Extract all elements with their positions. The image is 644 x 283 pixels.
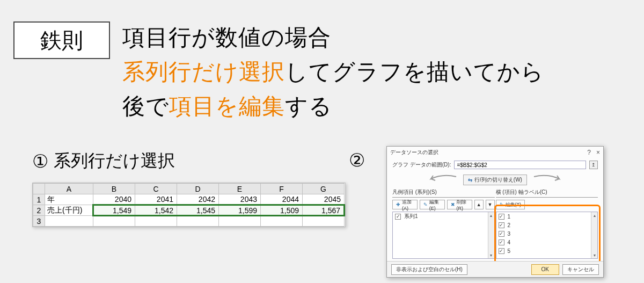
col-header-c: C [135,184,177,194]
axis-labels-list[interactable]: ✓ 1 ✓ 2 ✓ 3 ✓ 4 ✓ 5 [496,212,598,259]
cell-c1: 2041 [135,194,177,205]
checkbox[interactable]: ✓ [499,231,504,237]
headline-line2: 系列行だけ選択してグラフを描いてから [122,55,544,89]
close-button[interactable]: × [596,149,600,156]
headline-line2-rest: してグラフを描いてから [285,59,544,84]
axis-item-label: 5 [508,248,511,254]
list-item[interactable]: ✓ 系列1 [393,212,494,221]
axis-item-label: 1 [508,214,511,220]
axis-labels-header: 横 (項目) 軸ラベル(C) [496,187,598,198]
cell-a2: 売上(千円) [45,205,93,216]
axis-labels-col: 横 (項目) 軸ラベル(C) ✎ 編集(T) ✓ 1 ✓ 2 ✓ 3 [496,187,598,259]
remove-icon: ✖ [451,202,455,207]
checkbox[interactable]: ✓ [499,214,504,220]
chevron-down-icon: ▼ [488,202,493,207]
edit-series-button[interactable]: ✎ 編集(E) [420,200,445,209]
ok-label: OK [541,266,549,272]
cell-g1: 2045 [303,194,345,205]
scroll-up-icon[interactable]: ▴ [591,212,597,219]
add-series-button[interactable]: ✚ 追加(A) [392,200,418,209]
hidden-empty-label: 非表示および空白のセル(H) [396,266,463,273]
list-item[interactable]: ✓ 5 [496,246,598,255]
axis-item-label: 4 [508,240,511,245]
range-picker-button[interactable]: ↥ [589,161,598,169]
headline-line3c: する [285,93,332,119]
switch-row-column-button[interactable]: ⇆ 行/列の切り替え(W) [463,175,527,185]
help-button[interactable]: ? [587,149,591,156]
step1-label: ① 系列行だけ選択 [32,149,175,173]
series-item-label: 系列1 [404,213,418,220]
scrollbar[interactable]: ▴ ▾ [488,212,494,258]
move-down-button[interactable]: ▼ [486,200,495,209]
swap-row: ⇆ 行/列の切り替え(W) [387,171,603,187]
checkbox[interactable]: ✓ [499,222,504,228]
table-row: 1 年 2040 2041 2042 2043 2044 2045 [33,194,345,205]
spreadsheet-fragment: A B C D E F G 1 年 2040 2041 2042 2043 20… [32,183,346,227]
chevron-up-icon: ▲ [477,202,481,207]
col-header-b: B [93,184,135,194]
col-header-f: F [261,184,303,194]
step2-number: ② [349,149,365,171]
list-item[interactable]: ✓ 1 [496,212,598,221]
cell-e1: 2043 [219,194,261,205]
ok-button[interactable]: OK [531,264,559,275]
cell-d2: 1,545 [177,205,219,216]
checkbox[interactable]: ✓ [395,214,401,220]
step1-number: ① [32,150,48,172]
checkbox[interactable]: ✓ [499,240,504,245]
legend-entries-list[interactable]: ✓ 系列1 ▴ ▾ [392,212,495,259]
range-input[interactable] [454,161,586,169]
scroll-up-icon[interactable]: ▴ [488,212,494,219]
col-header-e: E [219,184,261,194]
scroll-down-icon[interactable]: ▾ [591,252,597,258]
cancel-button[interactable]: キャンセル [562,264,599,275]
row-header-1: 1 [33,194,45,205]
scrollbar[interactable]: ▴ ▾ [591,212,597,258]
headline-line3: 後で項目を編集する [122,89,544,124]
add-icon: ✚ [396,202,400,207]
scroll-down-icon[interactable]: ▾ [488,252,494,258]
rule-badge-text: 鉄則 [40,26,83,55]
switch-label: 行/列の切り替え(W) [474,176,522,184]
dialog-titlebar: データソースの選択 ? × [387,147,603,158]
swap-arrow-left-icon [427,175,459,185]
chart-data-range-row: グラフ データの範囲(D): ↥ [387,158,603,171]
cell-b3 [93,216,135,227]
legend-entries-buttons: ✚ 追加(A) ✎ 編集(E) ✖ 削除(R) ▲ ▼ [392,198,495,212]
range-picker-icon: ↥ [591,162,596,168]
list-item[interactable]: ✓ 2 [496,221,598,229]
legend-entries-col: 凡例項目 (系列)(S) ✚ 追加(A) ✎ 編集(E) ✖ 削除(R) ▲ [392,187,495,259]
dialog-columns: 凡例項目 (系列)(S) ✚ 追加(A) ✎ 編集(E) ✖ 削除(R) ▲ [387,187,603,262]
cell-b1: 2040 [93,194,135,205]
col-header-a: A [45,184,93,194]
remove-label: 削除(R) [457,199,469,211]
cell-d1: 2042 [177,194,219,205]
select-data-source-dialog: データソースの選択 ? × グラフ データの範囲(D): ↥ ⇆ 行/列の切り替… [386,146,604,278]
axis-item-label: 3 [508,231,511,237]
edit-label: 編集(E) [429,199,441,211]
remove-series-button[interactable]: ✖ 削除(R) [447,200,472,209]
dialog-title-buttons: ? × [587,149,600,156]
step1-text: 系列行だけ選択 [54,149,175,173]
cell-b2: 1,549 [93,205,135,216]
edit-icon: ✎ [500,202,504,207]
hidden-empty-cells-button[interactable]: 非表示および空白のセル(H) [391,264,467,275]
edit-axis-labels-button[interactable]: ✎ 編集(T) [496,200,525,209]
cell-e2: 1,599 [219,205,261,216]
table-row: 2 売上(千円) 1,549 1,542 1,545 1,599 1,509 1… [33,205,345,216]
cell-f1: 2044 [261,194,303,205]
cell-g2: 1,567 [303,205,345,216]
move-up-button[interactable]: ▲ [474,200,484,209]
headline-line1: 項目行が数値の場合 [122,20,544,55]
table-row: 3 [33,216,345,227]
list-item[interactable]: ✓ 4 [496,238,598,246]
edit-axis-label: 編集(T) [506,201,522,208]
range-label: グラフ データの範囲(D): [392,161,451,169]
checkbox[interactable]: ✓ [499,248,504,254]
cell-a3 [45,216,93,227]
cell-g3 [303,216,345,227]
list-item[interactable]: ✓ 3 [496,229,598,238]
cell-c2: 1,542 [135,205,177,216]
add-label: 追加(A) [402,199,414,211]
cell-f2: 1,509 [261,205,303,216]
